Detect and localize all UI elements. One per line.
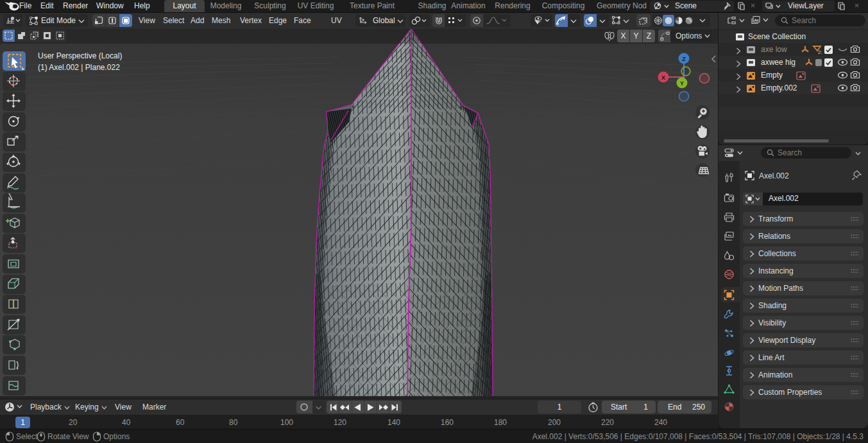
svg-text:Z: Z: [682, 56, 686, 62]
svg-text:X: X: [661, 74, 665, 81]
svg-text:2:: 2:: [818, 49, 822, 55]
svg-text:Y: Y: [680, 80, 684, 87]
